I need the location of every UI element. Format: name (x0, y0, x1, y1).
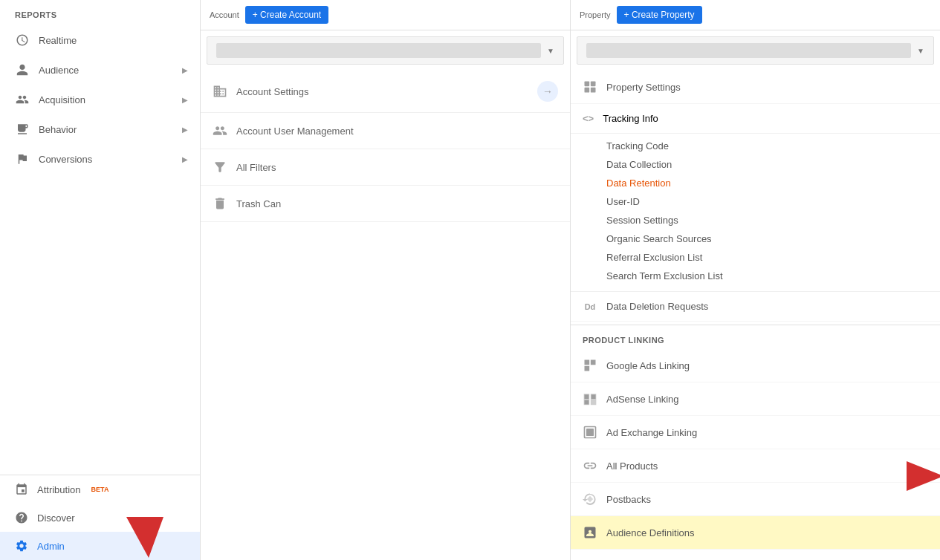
svg-rect-2 (591, 82, 596, 87)
postbacks-label: Postbacks (606, 494, 651, 505)
discover-label: Discover (37, 512, 75, 524)
conversions-expand-icon: ▶ (182, 155, 188, 163)
account-column-header: Account + Create Account (201, 0, 570, 30)
data-deletion-label: Data Deletion Requests (606, 301, 708, 312)
flag-icon (15, 152, 30, 166)
adsense-linking-item[interactable]: AdSense Linking (571, 382, 940, 416)
property-column-header: Property + Create Property (571, 0, 940, 30)
right-arrow-annotation (903, 458, 940, 497)
postbacks-item[interactable]: Postbacks (571, 483, 940, 516)
google-ads-linking-item[interactable]: Google Ads Linking (571, 349, 940, 382)
data-collection-item[interactable]: Data Collection (606, 155, 940, 174)
property-header-label: Property (580, 10, 611, 19)
property-selector[interactable]: ▼ (577, 36, 934, 65)
people-icon (213, 123, 227, 138)
svg-marker-7 (907, 461, 940, 491)
google-ads-icon (583, 358, 597, 373)
create-property-button[interactable]: + Create Property (617, 6, 702, 24)
svg-rect-1 (585, 82, 590, 87)
property-selector-value (586, 43, 911, 58)
reports-label: REPORTS (0, 0, 200, 25)
sidebar-item-conversions[interactable]: Conversions ▶ (0, 144, 200, 174)
person-icon (15, 62, 30, 77)
building-icon (213, 84, 227, 99)
admin-columns: Account + Create Account ▼ Account Setti… (201, 0, 940, 560)
dd-icon: Dd (583, 302, 597, 311)
down-arrow-annotation (119, 513, 171, 560)
acquisition-icon (15, 92, 30, 107)
audience-definitions-item[interactable]: Audience Definitions (571, 516, 940, 550)
acquisition-label: Acquisition (39, 94, 85, 105)
search-term-exclusion-item[interactable]: Search Term Exclusion List (606, 267, 940, 285)
conversions-label: Conversions (39, 154, 92, 165)
svg-rect-3 (585, 88, 590, 93)
all-products-item[interactable]: All Products (571, 449, 940, 483)
ad-exchange-linking-label: Ad Exchange Linking (606, 427, 697, 438)
account-selector[interactable]: ▼ (207, 36, 564, 65)
account-column: Account + Create Account ▼ Account Setti… (201, 0, 571, 560)
audience-definitions-label: Audience Definitions (606, 527, 695, 538)
beta-badge: BETA (91, 486, 109, 493)
account-user-mgmt-item[interactable]: Account User Management (201, 113, 570, 149)
referral-exclusion-item[interactable]: Referral Exclusion List (606, 248, 940, 267)
tracking-info-label: Tracking Info (603, 113, 658, 124)
sidebar-item-behavior[interactable]: Behavior ▶ (0, 114, 200, 144)
attribution-label: Attribution (37, 484, 81, 495)
account-header-label: Account (210, 10, 239, 19)
sidebar: REPORTS Realtime Audience ▶ Acquisition … (0, 0, 201, 560)
account-selector-value (216, 43, 541, 58)
tracking-info-item[interactable]: <> Tracking Info (571, 104, 940, 134)
account-user-mgmt-label: Account User Management (236, 126, 354, 137)
trash-can-item[interactable]: Trash Can (201, 186, 570, 222)
organic-search-item[interactable]: Organic Search Sources (606, 229, 940, 248)
account-settings-item[interactable]: Account Settings → (201, 71, 570, 113)
svg-rect-4 (591, 88, 596, 93)
admin-label: Admin (37, 541, 65, 552)
clock-icon (15, 33, 30, 48)
tracking-code-item[interactable]: Tracking Code (606, 137, 940, 155)
code-icon: <> (583, 113, 594, 124)
session-settings-item[interactable]: Session Settings (606, 211, 940, 229)
google-ads-linking-label: Google Ads Linking (606, 360, 690, 371)
user-id-item[interactable]: User-ID (606, 192, 940, 211)
svg-marker-0 (126, 517, 163, 558)
realtime-label: Realtime (39, 35, 77, 46)
account-dropdown-arrow: ▼ (547, 47, 554, 55)
ad-exchange-linking-item[interactable]: Ad Exchange Linking (571, 416, 940, 449)
product-linking-header: PRODUCT LINKING (571, 328, 940, 349)
property-settings-label: Property Settings (606, 82, 681, 93)
filter-icon (213, 160, 227, 175)
sidebar-item-attribution[interactable]: Attribution BETA (0, 475, 200, 504)
create-account-button[interactable]: + Create Account (245, 6, 328, 24)
account-settings-nav-arrow: → (537, 81, 558, 102)
sidebar-item-acquisition[interactable]: Acquisition ▶ (0, 85, 200, 114)
audience-expand-icon: ▶ (182, 66, 188, 74)
audience-definitions-icon (583, 525, 597, 540)
property-settings-item[interactable]: Property Settings (571, 71, 940, 104)
property-dropdown-arrow: ▼ (917, 47, 924, 55)
sidebar-item-audience[interactable]: Audience ▶ (0, 55, 200, 85)
acquisition-expand-icon: ▶ (182, 96, 188, 104)
trash-can-label: Trash Can (236, 198, 281, 209)
behavior-expand-icon: ▶ (182, 126, 188, 134)
custom-definitions-item[interactable]: Dd Custom Definitions (571, 550, 940, 560)
data-retention-item[interactable]: Data Retention (606, 174, 940, 192)
all-filters-item[interactable]: All Filters (201, 149, 570, 186)
adsense-linking-label: AdSense Linking (606, 394, 679, 405)
data-deletion-item[interactable]: Dd Data Deletion Requests (571, 292, 940, 322)
property-settings-icon (583, 79, 597, 94)
postbacks-icon (583, 492, 597, 507)
tracking-sub-menu: Tracking Code Data Collection Data Reten… (571, 134, 940, 292)
audience-label: Audience (39, 65, 79, 76)
all-filters-label: All Filters (236, 162, 276, 173)
property-column: Property + Create Property ▼ Property Se… (571, 0, 940, 560)
sidebar-item-realtime[interactable]: Realtime (0, 25, 200, 55)
account-settings-label: Account Settings (236, 86, 309, 97)
all-products-icon (583, 458, 597, 473)
behavior-icon (15, 122, 30, 137)
svg-rect-6 (586, 429, 594, 436)
main-content: Account + Create Account ▼ Account Setti… (201, 0, 940, 560)
trash-icon (213, 196, 227, 211)
behavior-label: Behavior (39, 124, 77, 135)
all-products-label: All Products (606, 460, 658, 472)
